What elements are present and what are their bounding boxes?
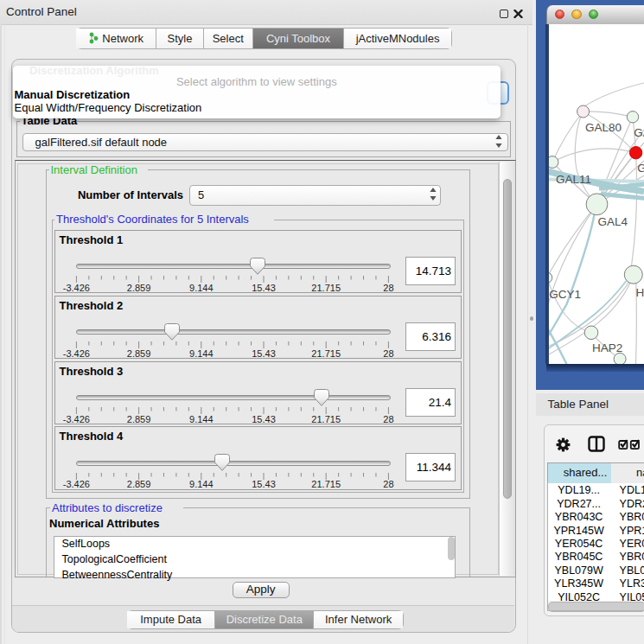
svg-text:GAL11: GAL11 — [556, 173, 591, 186]
svg-text:GAL80: GAL80 — [585, 121, 622, 134]
svg-text:HAP2: HAP2 — [592, 341, 622, 354]
svg-text:G: G — [637, 162, 643, 175]
svg-text:GCY1: GCY1 — [549, 288, 581, 301]
svg-text:GAL4: GAL4 — [598, 215, 628, 228]
svg-text:GA: GA — [634, 126, 643, 139]
svg-text:H: H — [636, 286, 644, 299]
